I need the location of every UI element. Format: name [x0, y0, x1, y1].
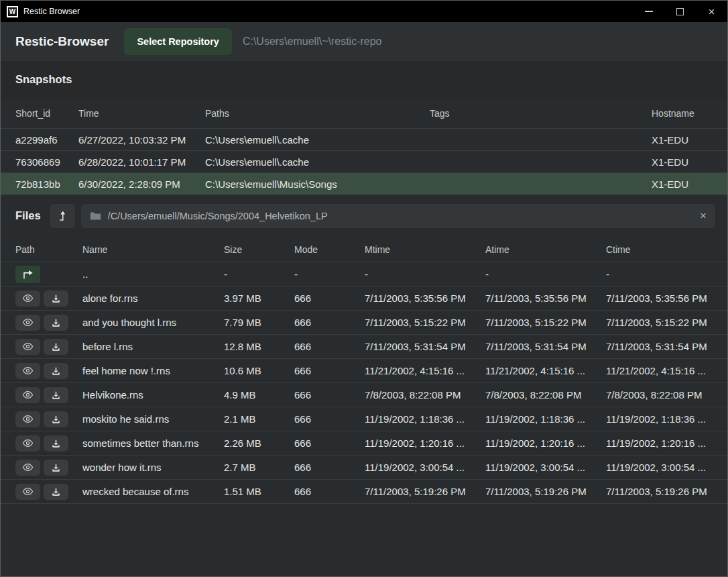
select-repository-button[interactable]: Select Repository [124, 28, 232, 55]
snapshots-section-header: Snapshots [1, 61, 727, 98]
maximize-button[interactable] [664, 1, 696, 22]
file-cell-atime: 7/11/2003, 5:31:54 PM [485, 341, 606, 352]
download-icon [51, 318, 61, 327]
file-row[interactable]: and you thought l.rns7.79 MB6667/11/2003… [1, 310, 727, 334]
column-header-name: Name [82, 244, 224, 255]
snapshot-cell-time: 6/30/2022, 2:28:09 PM [78, 178, 205, 190]
restore-file-button[interactable] [44, 315, 68, 331]
file-cell-mode: 666 [294, 437, 365, 449]
file-cell-mtime: - [365, 268, 485, 280]
file-cell-mtime: 7/11/2003, 5:15:22 PM [365, 317, 485, 328]
snapshots-heading: Snapshots [15, 73, 72, 86]
minimize-button[interactable] [633, 1, 664, 22]
file-cell-atime: 11/21/2002, 4:15:16 ... [485, 365, 606, 376]
file-cell-ctime: 7/11/2003, 5:19:26 PM [606, 486, 713, 497]
file-cell-size: - [224, 268, 294, 280]
file-cell-size: 12.8 MB [224, 341, 294, 352]
column-header-ctime: Ctime [606, 244, 713, 255]
preview-file-button[interactable] [15, 484, 40, 500]
file-row[interactable]: Helvikone.rns4.9 MB6667/8/2003, 8:22:08 … [1, 382, 727, 407]
eye-icon [22, 415, 34, 423]
column-header-short-id: Short_id [15, 108, 78, 119]
snapshot-row[interactable]: a2299af66/27/2022, 10:03:32 PMC:\Users\e… [1, 128, 727, 150]
file-cell-mtime: 11/19/2002, 3:00:54 ... [365, 462, 485, 473]
restore-file-button[interactable] [44, 387, 68, 403]
file-cell-atime: 7/11/2003, 5:19:26 PM [485, 486, 606, 497]
snapshot-cell-time: 6/27/2022, 10:03:32 PM [78, 134, 205, 146]
file-row[interactable]: feel home now !.rns10.6 MB66611/21/2002,… [1, 358, 727, 382]
restore-file-button[interactable] [44, 460, 68, 476]
empty-area [1, 504, 727, 576]
current-path: /C/Users/emuell/Music/Songs/2004_Helveti… [108, 211, 328, 221]
restore-file-button[interactable] [44, 291, 68, 307]
file-cell-ctime: - [606, 268, 713, 280]
clear-path-icon[interactable]: × [693, 210, 707, 221]
file-cell-mode: 666 [294, 293, 365, 304]
preview-file-button[interactable] [15, 291, 40, 307]
preview-file-button[interactable] [15, 315, 40, 331]
file-row-actions [15, 291, 82, 307]
file-cell-mtime: 7/11/2003, 5:19:26 PM [365, 486, 485, 497]
file-cell-mode: 666 [294, 365, 365, 376]
file-row[interactable]: alone for.rns3.97 MB6667/11/2003, 5:35:5… [1, 286, 727, 310]
file-cell-mtime: 11/19/2002, 1:18:36 ... [365, 413, 485, 425]
file-cell-atime: - [485, 268, 606, 280]
file-cell-name: wonder how it.rns [82, 462, 224, 473]
file-row[interactable]: before l.rns12.8 MB6667/11/2003, 5:31:54… [1, 334, 727, 358]
eye-icon [22, 318, 34, 327]
path-input[interactable]: /C/Users/emuell/Music/Songs/2004_Helveti… [81, 204, 715, 228]
preview-file-button[interactable] [15, 387, 40, 403]
column-header-size: Size [224, 244, 294, 255]
titlebar: W Restic Browser × [1, 1, 727, 22]
file-cell-mtime: 7/11/2003, 5:35:56 PM [365, 293, 485, 304]
file-cell-atime: 11/19/2002, 3:00:54 ... [485, 462, 606, 473]
file-cell-atime: 7/11/2003, 5:35:56 PM [485, 293, 606, 304]
repository-path: C:\Users\emuell\~\restic-repo [243, 36, 382, 48]
snapshot-cell-time: 6/28/2022, 10:01:17 PM [78, 156, 205, 168]
eye-icon [22, 366, 34, 375]
file-cell-mtime: 7/8/2003, 8:22:08 PM [365, 389, 485, 401]
file-cell-name: moskito he said.rns [82, 413, 224, 425]
restore-file-button[interactable] [44, 339, 68, 355]
file-row[interactable]: sometimes better than.rns2.26 MB66611/19… [1, 431, 727, 455]
close-button[interactable]: × [696, 1, 727, 22]
restore-file-button[interactable] [44, 363, 68, 379]
window-title: Restic Browser [23, 7, 80, 16]
eye-icon [22, 390, 34, 399]
preview-file-button[interactable] [15, 460, 40, 476]
snapshot-row[interactable]: 763068696/28/2022, 10:01:17 PMC:\Users\e… [1, 150, 727, 172]
file-cell-mode: 666 [294, 486, 365, 497]
file-row[interactable]: moskito he said.rns2.1 MB66611/19/2002, … [1, 407, 727, 431]
window-controls: × [633, 1, 727, 22]
file-cell-size: 7.79 MB [224, 317, 294, 328]
preview-file-button[interactable] [15, 363, 40, 379]
file-cell-name: Helvikone.rns [82, 389, 224, 401]
files-heading: Files [15, 209, 41, 222]
file-row-actions [15, 266, 82, 283]
snapshot-cell-hostname: X1-EDU [652, 156, 713, 168]
column-header-atime: Atime [485, 244, 606, 255]
preview-file-button[interactable] [15, 435, 40, 452]
file-row-actions [15, 484, 82, 500]
parent-directory-row[interactable]: ..----- [1, 262, 727, 286]
folder-icon [90, 211, 101, 221]
file-row[interactable]: wrecked because of.rns1.51 MB6667/11/200… [1, 479, 727, 503]
file-cell-mode: 666 [294, 413, 365, 425]
file-cell-mode: 666 [294, 389, 365, 401]
eye-icon [22, 342, 34, 351]
level-up-button[interactable] [50, 204, 75, 228]
titlebar-left: W Restic Browser [1, 6, 80, 17]
restore-file-button[interactable] [44, 484, 68, 500]
file-cell-ctime: 7/11/2003, 5:15:22 PM [606, 317, 713, 328]
restore-file-button[interactable] [44, 411, 68, 427]
file-row[interactable]: wonder how it.rns2.7 MB66611/19/2002, 3:… [1, 455, 727, 479]
restore-file-button[interactable] [44, 435, 68, 452]
go-to-parent-button[interactable] [15, 266, 40, 283]
snapshot-row[interactable]: 72b813bb6/30/2022, 2:28:09 PMC:\Users\em… [1, 172, 727, 195]
file-row-actions [15, 387, 82, 403]
preview-file-button[interactable] [15, 411, 40, 427]
file-cell-size: 2.7 MB [224, 462, 294, 473]
preview-file-button[interactable] [15, 339, 40, 355]
file-cell-ctime: 11/19/2002, 1:20:16 ... [606, 437, 713, 449]
file-cell-ctime: 7/8/2003, 8:22:08 PM [606, 389, 713, 401]
